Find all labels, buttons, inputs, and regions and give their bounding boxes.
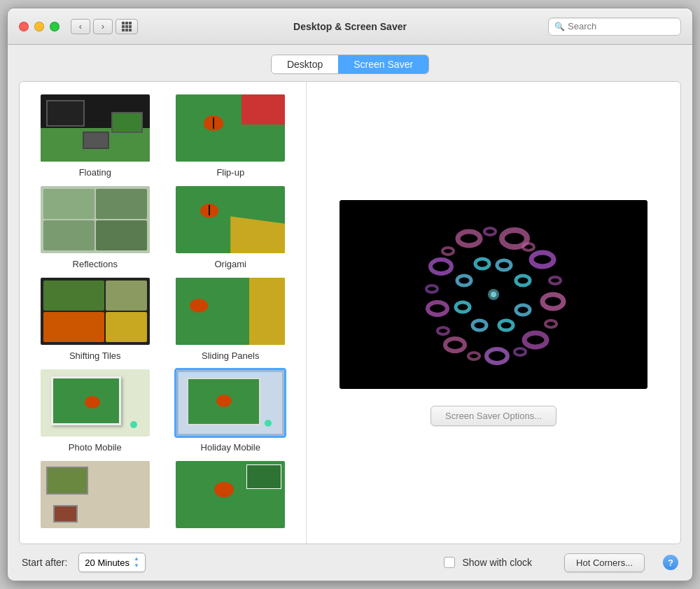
content-area: Floating Flip-up Reflections xyxy=(19,81,681,544)
maximize-button[interactable] xyxy=(50,22,59,31)
main-window: ‹ › Desktop & Screen Saver 🔍 Desktop Scr… xyxy=(7,8,693,581)
tab-segment: Desktop Screen Saver xyxy=(271,55,429,74)
minimize-button[interactable] xyxy=(34,22,44,31)
preview-screen xyxy=(340,200,648,389)
start-after-select[interactable]: 20 Minutes ▲ ▼ xyxy=(78,553,146,572)
saver-thumb-floating[interactable] xyxy=(39,93,151,163)
saver-list[interactable]: Floating Flip-up Reflections xyxy=(20,82,307,544)
saver-thumb-extra1[interactable] xyxy=(39,460,151,530)
saver-label-sliding-panels: Sliding Panels xyxy=(202,350,259,361)
saver-label-flipup: Flip-up xyxy=(216,167,244,178)
stepper-down-icon[interactable]: ▼ xyxy=(134,562,139,569)
list-item[interactable]: Sliding Panels xyxy=(167,276,295,361)
list-item[interactable]: Shifting Tiles xyxy=(31,276,160,361)
close-button[interactable] xyxy=(19,22,29,31)
hot-corners-button[interactable]: Hot Corners... xyxy=(564,553,645,572)
traffic-lights xyxy=(19,22,59,31)
saver-label-origami: Origami xyxy=(214,259,246,269)
search-box[interactable]: 🔍 xyxy=(548,17,681,36)
list-item[interactable]: Holiday Mobile xyxy=(167,368,295,453)
clock-container: Show with clock xyxy=(444,557,532,568)
tab-desktop[interactable]: Desktop xyxy=(272,55,338,73)
show-clock-label: Show with clock xyxy=(462,557,532,568)
saver-thumb-sliding-panels[interactable] xyxy=(174,276,286,346)
titlebar: ‹ › Desktop & Screen Saver 🔍 xyxy=(8,8,692,45)
list-item[interactable]: Flip-up xyxy=(167,93,295,178)
search-icon: 🔍 xyxy=(554,22,565,31)
list-item[interactable]: Reflections xyxy=(31,185,160,269)
nav-buttons: ‹ › xyxy=(71,19,113,34)
stepper-arrows[interactable]: ▲ ▼ xyxy=(134,555,139,569)
saver-thumb-shifting-tiles[interactable] xyxy=(39,276,151,346)
list-item[interactable]: Origami xyxy=(167,185,295,269)
saver-label-photo-mobile: Photo Mobile xyxy=(69,442,122,453)
window-title: Desktop & Screen Saver xyxy=(293,21,407,32)
list-item[interactable]: Photo Mobile xyxy=(31,368,160,453)
stepper-up-icon[interactable]: ▲ xyxy=(134,555,139,562)
show-clock-checkbox[interactable] xyxy=(444,557,455,568)
forward-icon: › xyxy=(102,21,104,31)
forward-button[interactable]: › xyxy=(93,19,113,34)
fractal-preview xyxy=(340,200,648,389)
back-button[interactable]: ‹ xyxy=(71,19,90,34)
bottombar: Start after: 20 Minutes ▲ ▼ Show with cl… xyxy=(8,544,692,581)
help-button[interactable]: ? xyxy=(663,555,678,570)
saver-thumb-flipup[interactable] xyxy=(174,93,286,163)
saver-label-floating: Floating xyxy=(79,167,111,178)
list-item[interactable] xyxy=(31,460,160,530)
saver-thumb-photo-mobile[interactable] xyxy=(39,368,151,438)
screen-saver-options-button[interactable]: Screen Saver Options... xyxy=(430,406,556,426)
tab-screensaver[interactable]: Screen Saver xyxy=(338,55,428,73)
start-after-label: Start after: xyxy=(22,557,67,568)
list-item[interactable]: Floating xyxy=(31,93,160,178)
grid-icon xyxy=(122,22,132,31)
search-input[interactable] xyxy=(568,21,675,31)
saver-label-holiday-mobile: Holiday Mobile xyxy=(201,442,260,453)
saver-thumb-reflections[interactable] xyxy=(39,185,151,255)
saver-thumb-origami[interactable] xyxy=(174,185,286,255)
grid-view-button[interactable] xyxy=(115,19,138,34)
tabbar: Desktop Screen Saver xyxy=(8,45,692,81)
saver-thumb-holiday-mobile[interactable] xyxy=(174,368,286,438)
preview-panel: Screen Saver Options... xyxy=(307,82,680,544)
saver-label-shifting-tiles: Shifting Tiles xyxy=(69,350,121,361)
start-after-value: 20 Minutes xyxy=(85,558,130,568)
svg-point-19 xyxy=(491,292,496,297)
saver-thumb-extra2[interactable] xyxy=(174,460,286,530)
saver-label-reflections: Reflections xyxy=(73,259,118,269)
list-item[interactable] xyxy=(167,460,295,530)
back-icon: ‹ xyxy=(79,21,82,31)
